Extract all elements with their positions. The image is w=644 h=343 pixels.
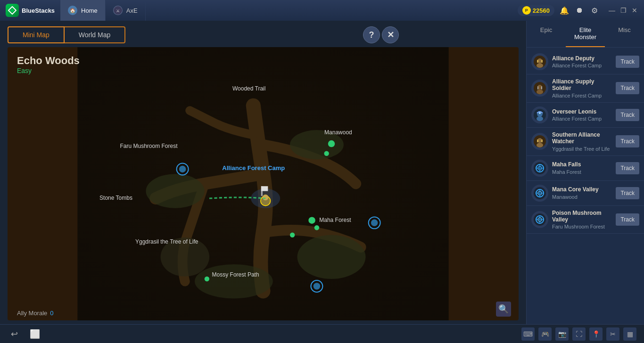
home-icon: 🏠 [68,6,77,15]
bluestacks-label: BlueStacks [22,7,55,14]
monster-icon-poison-mushroom [531,211,548,228]
home-bottom-icon[interactable]: ⬜ [28,327,41,341]
monster-icon-alliance-deputy [531,53,548,70]
right-panel: Epic Elite Monster Misc Alliance [526,21,644,324]
svg-point-20 [308,217,315,224]
monster-name: Poison Mushroom Valley [552,210,612,223]
monster-info-poison-mushroom: Poison Mushroom Valley Faru Mushroom For… [552,210,612,230]
coins-value: 22560 [533,7,550,14]
svg-point-22 [290,233,295,237]
map-panel-controls: ? ✕ [363,26,399,43]
monster-name: Maha Falls [552,161,612,168]
svg-point-9 [161,237,210,277]
svg-point-15 [371,220,378,227]
right-panel-tabs: Epic Elite Monster Misc [527,21,644,48]
tab-epic[interactable]: Epic [527,21,566,47]
monster-name: Overseer Leonis [552,108,612,115]
tab-home[interactable]: 🏠 Home [60,0,106,21]
monster-name: Alliance Supply Soldier [552,78,612,92]
track-button-supply-soldier[interactable]: Track [616,82,639,94]
monster-info-southern-alliance: Southern Alliance Watcher Yggdrasil the … [552,131,612,152]
svg-point-7 [290,130,344,159]
monster-info-supply-soldier: Alliance Supply Soldier Alliance Forest … [552,78,612,98]
track-button-poison-mushroom[interactable]: Track [616,213,639,226]
monster-name: Alliance Deputy [552,55,612,62]
layout-icon[interactable]: ▦ [623,327,636,341]
top-bar: BlueStacks 🏠 Home ⚔ AxE P 22560 🔔 ⏺ ⚙ — … [0,0,644,21]
svg-point-30 [537,63,543,68]
tab-world-map[interactable]: World Map [65,26,125,43]
fullscreen-icon[interactable]: ⛶ [572,327,586,341]
monster-list: Alliance Deputy Alliance Forest Camp Tra… [527,48,644,324]
settings-icon[interactable]: ⚙ [589,5,600,16]
notification-icon[interactable]: 🔔 [559,5,570,16]
close-button[interactable]: ✕ [631,7,638,14]
bluestacks-icon [6,4,19,17]
list-item: Overseer Leonis Alliance Forest Camp Tra… [527,103,644,128]
coins-display: P 22560 [518,5,554,16]
top-bar-right: P 22560 🔔 ⏺ ⚙ — ❐ ✕ [518,5,644,16]
svg-point-41 [539,112,541,114]
monster-info-alliance-deputy: Alliance Deputy Alliance Forest Camp [552,55,612,68]
location-icon[interactable]: 📍 [589,327,603,341]
monster-location: Alliance Forest Camp [552,63,612,68]
svg-point-21 [314,225,319,230]
track-button-mana-core[interactable]: Track [616,187,639,199]
tab-home-label: Home [81,7,98,14]
record-icon[interactable]: ⏺ [574,5,585,16]
restore-button[interactable]: ❐ [619,7,627,14]
map-footer: Ally Morale 0 [17,310,54,317]
tab-mini-map[interactable]: Mini Map [8,26,65,43]
back-icon[interactable]: ↩ [8,327,21,341]
tab-axe[interactable]: ⚔ AxE [106,0,146,21]
svg-point-40 [537,116,543,121]
svg-rect-36 [537,86,538,90]
monster-info-mana-core: Mana Core Valley Manawood [552,186,612,199]
main-content: Mini Map World Map ? ✕ [0,21,644,324]
bottom-right-controls: ⌨ 🎮 📷 ⛶ 📍 ✂ ▦ [521,327,636,341]
camera-icon[interactable]: 📷 [555,327,569,341]
monster-location: Alliance Forest Camp [552,116,612,122]
close-map-button[interactable]: ✕ [382,26,399,43]
svg-point-6 [146,174,204,208]
track-button-southern-alliance[interactable]: Track [616,135,639,147]
svg-point-25 [263,195,268,200]
map-search-button[interactable]: 🔍 [496,302,511,317]
list-item: Southern Alliance Watcher Yggdrasil the … [527,128,644,156]
help-button[interactable]: ? [363,26,380,43]
monster-icon-southern-alliance [531,133,548,150]
list-item: Maha Falls Maha Forest Track [527,156,644,181]
monster-info-overseer-leonis: Overseer Leonis Alliance Forest Camp [552,108,612,122]
bluestacks-logo: BlueStacks [0,4,60,17]
tab-misc[interactable]: Misc [605,21,644,47]
bottom-left-controls: ↩ ⬜ [8,327,41,341]
map-background [8,47,519,320]
svg-text:⚔: ⚔ [116,8,120,13]
svg-rect-37 [541,86,542,90]
track-button-alliance-deputy[interactable]: Track [616,56,639,68]
svg-marker-1 [10,8,14,12]
coin-icon: P [522,6,531,15]
window-controls: — ❐ ✕ [608,7,638,14]
svg-rect-46 [541,139,543,142]
minimize-button[interactable]: — [608,7,616,14]
svg-point-44 [537,143,543,147]
svg-rect-31 [537,60,538,63]
tab-elite-monster[interactable]: Elite Monster [566,21,605,47]
svg-point-10 [195,264,273,299]
svg-point-19 [324,151,329,156]
track-button-overseer-leonis[interactable]: Track [616,109,639,121]
scissors-icon[interactable]: ✂ [606,327,619,341]
monster-icon-supply-soldier [531,80,548,97]
axe-icon: ⚔ [113,6,123,15]
keyboard-icon[interactable]: ⌨ [521,327,535,341]
map-tabs: Mini Map World Map [0,21,526,47]
gamepad-icon[interactable]: 🎮 [538,327,552,341]
map-area: Wooded Trail Faru Mushroom Forest Manawo… [8,47,519,320]
bottom-bar: ↩ ⬜ ⌨ 🎮 📷 ⛶ 📍 ✂ ▦ [0,324,644,343]
track-button-maha-falls[interactable]: Track [616,162,639,174]
svg-point-35 [537,90,543,94]
monster-location: Manawood [552,194,612,200]
monster-icon-overseer-leonis [531,106,548,123]
monster-location: Maha Forest [552,169,612,175]
